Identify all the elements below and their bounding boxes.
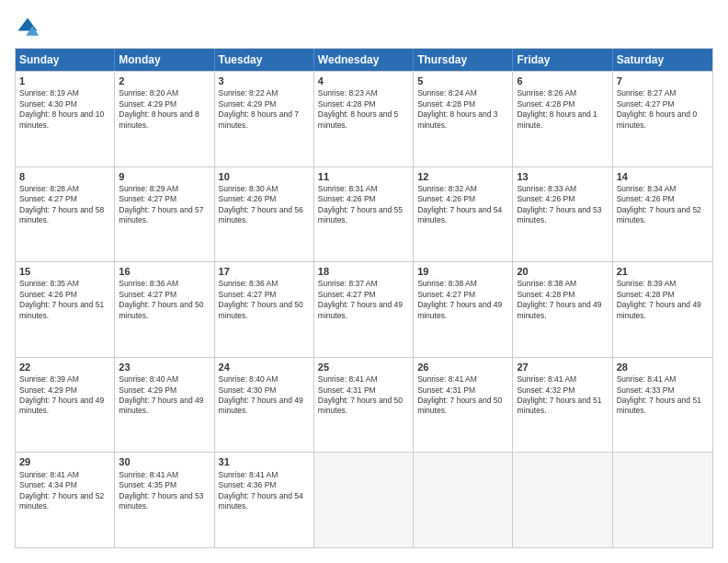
calendar-cell: 7Sunrise: 8:27 AMSunset: 4:27 PMDaylight… bbox=[613, 72, 712, 167]
logo-icon bbox=[15, 15, 40, 40]
calendar-week-row: 1Sunrise: 8:19 AMSunset: 4:30 PMDaylight… bbox=[16, 71, 712, 167]
day-number: 31 bbox=[219, 455, 310, 468]
day-info: Sunrise: 8:40 AMSunset: 4:30 PMDaylight:… bbox=[219, 374, 310, 417]
calendar-cell: 10Sunrise: 8:30 AMSunset: 4:26 PMDayligh… bbox=[215, 167, 314, 262]
calendar-cell: 14Sunrise: 8:34 AMSunset: 4:26 PMDayligh… bbox=[613, 167, 712, 262]
day-number: 12 bbox=[417, 170, 508, 183]
day-info: Sunrise: 8:41 AMSunset: 4:31 PMDaylight:… bbox=[417, 374, 508, 417]
day-info: Sunrise: 8:41 AMSunset: 4:35 PMDaylight:… bbox=[119, 470, 210, 512]
day-info: Sunrise: 8:40 AMSunset: 4:29 PMDaylight:… bbox=[119, 374, 210, 417]
day-number: 25 bbox=[318, 361, 409, 373]
cal-header-day: Saturday bbox=[613, 49, 712, 71]
day-number: 9 bbox=[119, 170, 210, 183]
day-number: 23 bbox=[119, 361, 210, 373]
calendar-cell: 30Sunrise: 8:41 AMSunset: 4:35 PMDayligh… bbox=[115, 453, 214, 547]
day-number: 17 bbox=[219, 265, 310, 278]
day-info: Sunrise: 8:36 AMSunset: 4:27 PMDaylight:… bbox=[119, 279, 210, 321]
day-number: 16 bbox=[119, 265, 210, 278]
day-info: Sunrise: 8:39 AMSunset: 4:28 PMDaylight:… bbox=[617, 279, 709, 321]
day-number: 10 bbox=[219, 170, 310, 183]
day-number: 20 bbox=[517, 265, 608, 278]
day-number: 15 bbox=[19, 265, 110, 278]
day-info: Sunrise: 8:41 AMSunset: 4:34 PMDaylight:… bbox=[19, 470, 110, 512]
calendar-cell: 29Sunrise: 8:41 AMSunset: 4:34 PMDayligh… bbox=[16, 453, 115, 547]
logo bbox=[15, 15, 44, 40]
calendar-cell: 23Sunrise: 8:40 AMSunset: 4:29 PMDayligh… bbox=[115, 358, 214, 453]
cal-header-day: Friday bbox=[513, 49, 612, 71]
day-number: 6 bbox=[517, 75, 608, 87]
day-info: Sunrise: 8:33 AMSunset: 4:26 PMDaylight:… bbox=[517, 184, 608, 226]
calendar-cell: 26Sunrise: 8:41 AMSunset: 4:31 PMDayligh… bbox=[414, 358, 513, 453]
calendar-cell: 28Sunrise: 8:41 AMSunset: 4:33 PMDayligh… bbox=[613, 358, 712, 453]
day-number: 1 bbox=[19, 75, 110, 87]
day-info: Sunrise: 8:19 AMSunset: 4:30 PMDaylight:… bbox=[19, 88, 110, 131]
day-number: 8 bbox=[19, 170, 110, 183]
day-info: Sunrise: 8:39 AMSunset: 4:29 PMDaylight:… bbox=[19, 374, 110, 417]
day-info: Sunrise: 8:41 AMSunset: 4:36 PMDaylight:… bbox=[219, 470, 310, 512]
day-info: Sunrise: 8:32 AMSunset: 4:26 PMDaylight:… bbox=[417, 184, 508, 226]
day-info: Sunrise: 8:38 AMSunset: 4:28 PMDaylight:… bbox=[517, 279, 608, 321]
day-info: Sunrise: 8:30 AMSunset: 4:26 PMDaylight:… bbox=[219, 184, 310, 226]
calendar-cell: 22Sunrise: 8:39 AMSunset: 4:29 PMDayligh… bbox=[16, 358, 115, 453]
page: SundayMondayTuesdayWednesdayThursdayFrid… bbox=[0, 0, 728, 563]
day-number: 13 bbox=[517, 170, 608, 183]
day-number: 5 bbox=[417, 75, 508, 87]
calendar-cell: 20Sunrise: 8:38 AMSunset: 4:28 PMDayligh… bbox=[513, 262, 612, 357]
calendar-week-row: 8Sunrise: 8:28 AMSunset: 4:27 PMDaylight… bbox=[16, 167, 712, 262]
calendar-cell: 13Sunrise: 8:33 AMSunset: 4:26 PMDayligh… bbox=[513, 167, 612, 262]
calendar-cell: 31Sunrise: 8:41 AMSunset: 4:36 PMDayligh… bbox=[215, 453, 314, 547]
calendar-week-row: 29Sunrise: 8:41 AMSunset: 4:34 PMDayligh… bbox=[16, 452, 712, 547]
calendar-cell: 2Sunrise: 8:20 AMSunset: 4:29 PMDaylight… bbox=[115, 72, 214, 167]
day-number: 29 bbox=[19, 455, 110, 468]
day-number: 4 bbox=[318, 75, 409, 87]
day-info: Sunrise: 8:29 AMSunset: 4:27 PMDaylight:… bbox=[119, 184, 210, 226]
day-number: 14 bbox=[617, 170, 709, 183]
calendar-cell bbox=[513, 453, 612, 547]
day-number: 2 bbox=[119, 75, 210, 87]
day-info: Sunrise: 8:37 AMSunset: 4:27 PMDaylight:… bbox=[318, 279, 409, 321]
calendar-cell: 6Sunrise: 8:26 AMSunset: 4:28 PMDaylight… bbox=[513, 72, 612, 167]
calendar-header: SundayMondayTuesdayWednesdayThursdayFrid… bbox=[16, 49, 712, 71]
header bbox=[15, 15, 713, 40]
day-info: Sunrise: 8:36 AMSunset: 4:27 PMDaylight:… bbox=[219, 279, 310, 321]
calendar-cell bbox=[414, 453, 513, 547]
calendar-cell: 3Sunrise: 8:22 AMSunset: 4:29 PMDaylight… bbox=[215, 72, 314, 167]
day-number: 22 bbox=[19, 361, 110, 373]
calendar-week-row: 15Sunrise: 8:35 AMSunset: 4:26 PMDayligh… bbox=[16, 261, 712, 357]
day-number: 7 bbox=[617, 75, 709, 87]
day-number: 19 bbox=[417, 265, 508, 278]
day-info: Sunrise: 8:22 AMSunset: 4:29 PMDaylight:… bbox=[219, 88, 310, 131]
calendar-cell bbox=[613, 453, 712, 547]
calendar-cell: 15Sunrise: 8:35 AMSunset: 4:26 PMDayligh… bbox=[16, 262, 115, 357]
day-info: Sunrise: 8:26 AMSunset: 4:28 PMDaylight:… bbox=[517, 88, 608, 131]
calendar-cell bbox=[314, 453, 414, 547]
day-number: 26 bbox=[417, 361, 508, 373]
calendar-cell: 25Sunrise: 8:41 AMSunset: 4:31 PMDayligh… bbox=[314, 358, 414, 453]
day-number: 28 bbox=[617, 361, 709, 373]
cal-header-day: Wednesday bbox=[314, 49, 414, 71]
calendar-cell: 27Sunrise: 8:41 AMSunset: 4:32 PMDayligh… bbox=[513, 358, 612, 453]
calendar-cell: 4Sunrise: 8:23 AMSunset: 4:28 PMDaylight… bbox=[314, 72, 414, 167]
cal-header-day: Tuesday bbox=[215, 49, 314, 71]
calendar-cell: 17Sunrise: 8:36 AMSunset: 4:27 PMDayligh… bbox=[215, 262, 314, 357]
calendar-cell: 8Sunrise: 8:28 AMSunset: 4:27 PMDaylight… bbox=[16, 167, 115, 262]
calendar-cell: 24Sunrise: 8:40 AMSunset: 4:30 PMDayligh… bbox=[215, 358, 314, 453]
day-number: 30 bbox=[119, 455, 210, 468]
cal-header-day: Sunday bbox=[16, 49, 115, 71]
calendar: SundayMondayTuesdayWednesdayThursdayFrid… bbox=[15, 48, 713, 548]
day-number: 11 bbox=[318, 170, 409, 183]
cal-header-day: Monday bbox=[115, 49, 214, 71]
calendar-body: 1Sunrise: 8:19 AMSunset: 4:30 PMDaylight… bbox=[16, 71, 712, 547]
calendar-cell: 18Sunrise: 8:37 AMSunset: 4:27 PMDayligh… bbox=[314, 262, 414, 357]
calendar-week-row: 22Sunrise: 8:39 AMSunset: 4:29 PMDayligh… bbox=[16, 357, 712, 453]
day-info: Sunrise: 8:34 AMSunset: 4:26 PMDaylight:… bbox=[617, 184, 709, 226]
calendar-cell: 11Sunrise: 8:31 AMSunset: 4:26 PMDayligh… bbox=[314, 167, 414, 262]
calendar-cell: 21Sunrise: 8:39 AMSunset: 4:28 PMDayligh… bbox=[613, 262, 712, 357]
calendar-cell: 16Sunrise: 8:36 AMSunset: 4:27 PMDayligh… bbox=[115, 262, 214, 357]
day-info: Sunrise: 8:38 AMSunset: 4:27 PMDaylight:… bbox=[417, 279, 508, 321]
day-info: Sunrise: 8:41 AMSunset: 4:32 PMDaylight:… bbox=[517, 374, 608, 417]
cal-header-day: Thursday bbox=[414, 49, 513, 71]
calendar-cell: 9Sunrise: 8:29 AMSunset: 4:27 PMDaylight… bbox=[115, 167, 214, 262]
day-number: 21 bbox=[617, 265, 709, 278]
day-info: Sunrise: 8:27 AMSunset: 4:27 PMDaylight:… bbox=[617, 88, 709, 131]
